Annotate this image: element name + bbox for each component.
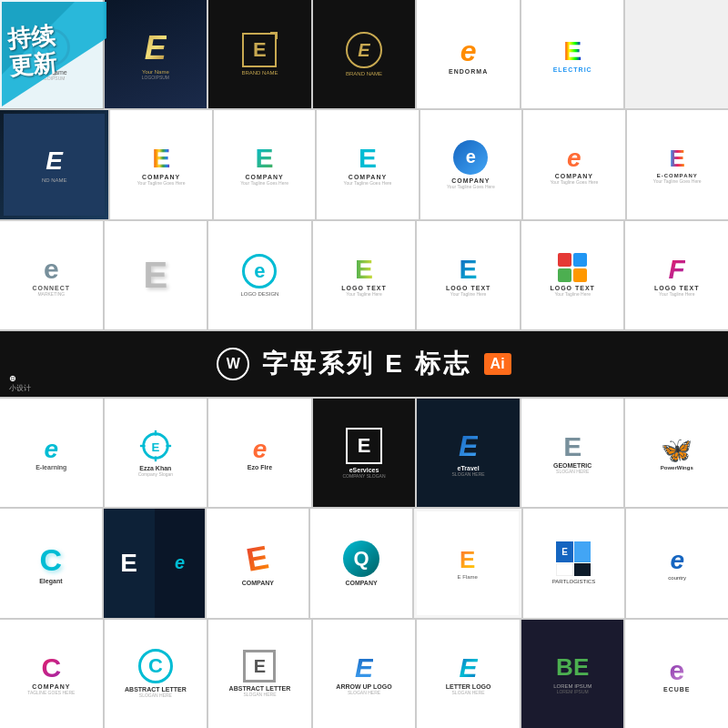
logo-cell-r5c3[interactable]: E COMPANY xyxy=(207,509,308,617)
banner-brand: ⊕ 小设计 xyxy=(9,374,31,393)
logo-sublabel-r2c3: Your Tagline Goes Here xyxy=(240,180,288,186)
logo-cell-r5c7[interactable]: e country xyxy=(626,509,728,617)
logo-cell-r5c1[interactable]: C Elegant xyxy=(0,509,102,617)
logo-letter-r4c5: E xyxy=(459,430,478,463)
logo-cell-r1c3[interactable]: E BRAND NAME xyxy=(208,0,311,108)
logo-letter-r4c6: E xyxy=(563,431,581,462)
logo-letter-r6c6: BE xyxy=(556,653,589,682)
logo-cell-r2c7[interactable]: E E-COMPANY Your Tagline Goes Here xyxy=(627,110,728,218)
logo-letter-r2c7: E xyxy=(670,145,685,173)
logo-sublabel-r2c7: Your Tagline Goes Here xyxy=(653,178,702,184)
row-3: e CONNECT MARKETING E e LOGO DESIGN E LO… xyxy=(0,221,728,329)
logo-letter-r2c6: e xyxy=(567,144,581,173)
logo-cell-r3c4[interactable]: E LOGO TEXT Your Tagline Here xyxy=(313,221,416,329)
logo-cell-r1c2[interactable]: E Your Name LOGOIPSUM xyxy=(105,0,207,108)
logo-label-r6c1: COMPANY xyxy=(32,683,70,690)
logo-label-r4c2: Ezza Khan xyxy=(139,465,171,471)
logo-cell-r2c2[interactable]: E COMPANY Your Tagline Goes Here xyxy=(110,110,211,218)
logo-cell-r4c3[interactable]: e Ezo Fire xyxy=(208,399,311,507)
card-left-r5c2: E xyxy=(104,509,155,617)
logo-sublabel-r3c4: Your Tagline Here xyxy=(346,291,381,297)
logo-cell-r5c4[interactable]: Q COMPANY xyxy=(310,509,412,617)
logo-cell-r3c3[interactable]: e LOGO DESIGN xyxy=(208,221,311,329)
logo-letter-r3c3: e xyxy=(254,259,265,283)
logo-label-r4c6: GEOMETRIC xyxy=(553,462,592,469)
svg-text:E: E xyxy=(151,440,159,454)
logo-cell-r1c6[interactable]: E ELECTRIC xyxy=(521,0,624,108)
logo-cell-r4c7[interactable]: 🦋 PowerWings xyxy=(625,399,728,507)
logo-label-r3c3: LOGO DESIGN xyxy=(240,291,278,297)
logo-cell-r4c4[interactable]: E eServices COMPANY SLOGAN xyxy=(313,399,416,507)
logo-cell-r1c5[interactable]: e ENDORMA xyxy=(417,0,520,108)
logo-label-r6c5: LETTER LOGO xyxy=(446,683,491,690)
logo-letter-r6c5: E xyxy=(460,652,478,683)
logo-letter-r6c2: C xyxy=(148,654,163,678)
logo-cell-r5c6[interactable]: E PARTLOGISTICS xyxy=(523,509,625,617)
banner-row: ⊕ 小设计 W 字母系列 E 标志 Ai xyxy=(0,331,728,397)
logo-cell-r5c2[interactable]: E e xyxy=(104,509,206,617)
logo-cell-r6c6[interactable]: BE LOREM IPSUM LOREM IPSUM xyxy=(521,620,624,728)
logo-cell-r4c6[interactable]: E GEOMETRIC SLOGAN HERE xyxy=(521,399,624,507)
logo-sublabel-r6c5: SLOGAN HERE xyxy=(452,690,485,695)
logo-label-r6c2: ABSTRACT LETTER xyxy=(125,686,187,693)
logo-sublabel-r3c5: Your Tagline Here xyxy=(450,291,486,297)
main-container: 持续 更新 e Your Name LOGOIPSUM E Your Name … xyxy=(0,0,728,728)
logo-label-r3c5: LOGO TEXT xyxy=(446,285,490,291)
logo-cell-r6c3[interactable]: E ABSTRACT LETTER SLOGAN HERE xyxy=(208,620,311,728)
logo-label-r2c3: COMPANY xyxy=(245,174,283,180)
logo-letter-r6c7: e xyxy=(669,655,684,686)
logo-label-r3c1: CONNECT xyxy=(32,285,70,291)
logo-label-r6c7: ECUBE xyxy=(663,686,691,693)
logo-cell-r2c1[interactable]: E ND NAME xyxy=(0,110,108,218)
block3 xyxy=(558,268,571,282)
grid-cell2 xyxy=(574,541,592,562)
gear-svg: E xyxy=(138,429,173,463)
logo-sublabel-r4c4: COMPANY SLOGAN xyxy=(342,473,385,479)
grid-cell1: E xyxy=(556,541,573,562)
logo-letter-r2c1: E xyxy=(46,147,63,176)
logo-label-r2c1: ND NAME xyxy=(42,177,67,183)
logo-cell-r6c1[interactable]: C COMPANY TAGLINE GOES HERE xyxy=(0,620,103,728)
logo-label-r2c4: COMPANY xyxy=(349,174,387,180)
logo-circle-r3c3: e xyxy=(242,254,277,288)
logo-cell-r6c5[interactable]: E LETTER LOGO SLOGAN HERE xyxy=(417,620,520,728)
logo-cell-r6c7[interactable]: e ECUBE xyxy=(625,620,728,728)
logo-cell-r4c5[interactable]: E eTravel SLOGAN HERE xyxy=(417,399,520,507)
logo-cell-r6c2[interactable]: C ABSTRACT LETTER SLOGAN HERE xyxy=(105,620,207,728)
logo-wrap-r1c3: E xyxy=(242,33,277,67)
logo-circle-r5c4: Q xyxy=(343,541,379,577)
logo-cell-r4c2[interactable]: E Ezza Khan Company Slogan xyxy=(105,399,207,507)
logo-label-r5c4: COMPANY xyxy=(345,580,377,586)
logo-letter-r3c2: E xyxy=(144,255,168,296)
logo-cell-r2c6[interactable]: e COMPANY Your Tagline Goes Here xyxy=(523,110,624,218)
logo-letter-r6c1: C xyxy=(41,652,61,683)
logo-cell-r3c5[interactable]: E LOGO TEXT Your Tagline Here xyxy=(417,221,520,329)
logo-cell-r1c4[interactable]: E BRAND NAME xyxy=(313,0,416,108)
logo-letter-r4c1: e xyxy=(45,435,59,464)
row-2: E ND NAME E COMPANY Your Tagline Goes He… xyxy=(0,110,728,218)
logo-cell-r4c1[interactable]: e E-learning xyxy=(0,399,103,507)
logo-cell-r6c4[interactable]: E ARROW UP LOGO SLOGAN HERE xyxy=(313,620,416,728)
logo-cell-r2c4[interactable]: E COMPANY Your Tagline Goes Here xyxy=(317,110,418,218)
logo-cell-r2c5[interactable]: e COMPANY Your Tagline Goes Here xyxy=(420,110,521,218)
logo-label-r4c4: eServices xyxy=(349,467,379,473)
card-right-r5c2: e xyxy=(155,509,206,617)
logo-sublabel-r4c5: SLOGAN HERE xyxy=(452,471,485,477)
logo-label-r4c7: PowerWings xyxy=(661,465,693,470)
logo-label-r2c2: COMPANY xyxy=(142,174,180,180)
logo-letter-r2c5: e xyxy=(466,147,476,167)
logo-letter-r2c2: E xyxy=(152,143,170,174)
logo-cell-r2c3[interactable]: E COMPANY Your Tagline Goes Here xyxy=(214,110,315,218)
logo-cell-r3c6[interactable]: LOGO TEXT Your Tagline Here xyxy=(521,221,624,329)
logo-letter-r1c6: E xyxy=(563,35,581,66)
logo-cell-r1c1[interactable]: e Your Name LOGOIPSUM xyxy=(0,0,103,108)
logo-letter-r1c2: E xyxy=(145,29,167,66)
logo-cell-r3c1[interactable]: e CONNECT MARKETING xyxy=(0,221,103,329)
banner-text: 字母系列 E 标志 xyxy=(262,347,470,381)
logo-circle-r1c1: e xyxy=(32,28,70,66)
logo-box-r4c4: E xyxy=(346,428,382,464)
logo-cell-r3c7[interactable]: F LOGO TEXT Your Tagline Here xyxy=(625,221,728,329)
logo-cell-r3c2[interactable]: E xyxy=(105,221,207,329)
logo-sublabel-r4c2: Company Slogan xyxy=(138,471,173,477)
logo-cell-r5c5[interactable]: E E Flame xyxy=(414,509,521,617)
